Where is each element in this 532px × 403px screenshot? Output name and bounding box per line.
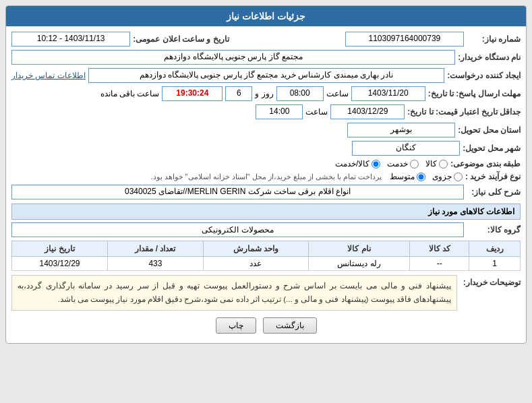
mohlat-rooz: 6 xyxy=(225,86,252,101)
row-tabaqe: طبقه بندی موضوعی: کالا خدمت کالا/خدمت xyxy=(11,159,521,168)
row-ijad: ایجاد کننده درخواست: نادر بهاری میمندی ک… xyxy=(11,68,521,83)
mohlat-date: 1403/11/20 xyxy=(351,86,425,101)
page-title: جزئیات اطلاعات نیاز xyxy=(227,11,305,22)
ettelaat-link[interactable]: اطلاعات تماس خریدار xyxy=(11,71,86,80)
card-header: جزئیات اطلاعات نیاز xyxy=(6,6,526,26)
radio-motevaset-input[interactable] xyxy=(417,173,425,181)
tabaqe-radios: کالا خدمت کالا/خدمت xyxy=(335,159,448,168)
chap-button[interactable]: چاپ xyxy=(216,317,256,334)
mohlat-mande: 19:30:24 xyxy=(162,86,223,101)
table-row: 1--رله دیستانسعدد4331403/12/29 xyxy=(12,257,521,271)
jadval-label: جداقل تاریخ اعتبار قیمت: تا تاریخ: xyxy=(407,107,521,117)
row-touzih: توضیحات خریدار: پیشنهاد فنی و مالی می با… xyxy=(11,275,521,311)
row-shahr: شهر محل تحویل: کنگان xyxy=(11,141,521,156)
col-radif: ردیف xyxy=(469,241,521,257)
cell-tarikh: 1403/12/29 xyxy=(12,257,108,271)
radio-kala-khadamat[interactable]: کالا/خدمت xyxy=(335,159,380,168)
radio-khadamat[interactable]: خدمت xyxy=(387,159,419,168)
khadamat-label: خدمت xyxy=(387,159,408,168)
cell-kod: -- xyxy=(410,257,469,271)
kala-label: کالا xyxy=(425,159,437,168)
ostan-label: استان محل تحویل: xyxy=(458,125,521,135)
table-header: ردیف کد کالا نام کالا واحد شمارش تعداد /… xyxy=(12,241,521,257)
bazgasht-button[interactable]: بازگشت xyxy=(263,317,317,334)
row-noe-farayand: نوع فرآیند خرید : جزوی متوسط پرداخت تمام… xyxy=(11,172,521,181)
radio-kala-khadamat-input[interactable] xyxy=(372,160,380,168)
col-tedad: تعداد / مقدار xyxy=(107,241,203,257)
cell-vahed: عدد xyxy=(203,257,308,271)
jadval-saat: 14:00 xyxy=(256,104,303,119)
col-tarikh: تاریخ نیاز xyxy=(12,241,108,257)
ijad-value: نادر بهاری میمندی کارشناس خرید مجتمع گاز… xyxy=(88,68,445,83)
sharc-label: شرح کلی نیاز: xyxy=(467,187,521,197)
radio-kala[interactable]: کالا xyxy=(425,159,448,168)
mohlat-saat: 08:00 xyxy=(276,86,324,101)
col-vahed: واحد شمارش xyxy=(203,241,308,257)
card-body: شماره نیاز: 1103097164000739 تاریخ و ساع… xyxy=(6,26,526,343)
radio-kala-input[interactable] xyxy=(439,160,448,168)
cell-tedad: 433 xyxy=(107,257,203,271)
jozvi-label: جزوی xyxy=(432,172,452,181)
radio-khadamat-input[interactable] xyxy=(410,160,419,168)
ijad-label: ایجاد کننده درخواست: xyxy=(447,71,521,80)
noe-label: نوع فرآیند خرید : xyxy=(465,172,521,181)
touzih-value: پیشنهاد فنی و مالی می بایست بر اساس شرح … xyxy=(11,275,457,311)
row-shomare: شماره نیاز: 1103097164000739 تاریخ و ساع… xyxy=(11,32,521,46)
cell-nam: رله دیستانس xyxy=(308,257,409,271)
shahr-value: کنگان xyxy=(352,141,460,156)
col-kod: کد کالا xyxy=(410,241,469,257)
radio-motevaset[interactable]: متوسط xyxy=(390,172,425,181)
kala-khadamat-label: کالا/خدمت xyxy=(335,159,370,168)
mohlat-mande-label: ساعت باقی مانده xyxy=(100,89,160,98)
row-grohe: گروه کالا: محصولات الکترونیکی xyxy=(11,222,521,237)
row-sharc-koli: شرح کلی نیاز: انواع اقلام برقی ساخت شرکت… xyxy=(11,185,521,199)
rooz-label: روز و xyxy=(255,89,273,98)
row-namdastgah: نام دستگاه خریدار: مجتمع گاز پارس جنوبی … xyxy=(11,50,521,65)
jadval-saat-label: ساعت xyxy=(305,107,328,117)
radio-jozvi-input[interactable] xyxy=(454,173,463,181)
noe-radios: جزوی متوسط xyxy=(390,172,463,181)
saat-label: ساعت xyxy=(326,89,349,98)
grohe-value: محصولات الکترونیکی xyxy=(11,222,464,237)
radio-jozvi[interactable]: جزوی xyxy=(432,172,463,181)
page-wrapper: جزئیات اطلاعات نیاز شماره نیاز: 11030971… xyxy=(0,0,532,349)
noe-note: پرداخت تمام با بخشی از مبلغ خرید،از محل … xyxy=(150,173,382,181)
row-ostan: استان محل تحویل: بوشهر xyxy=(11,123,521,137)
col-nam: نام کالا xyxy=(308,241,409,257)
footer-buttons: بازگشت چاپ xyxy=(11,317,521,338)
namdastgah-value: مجتمع گاز پارس جنوبی پالایشگاه دوازدهم xyxy=(11,50,455,65)
table-body: 1--رله دیستانسعدد4331403/12/29 xyxy=(12,257,521,271)
mohlat-label: مهلت ارسال پاسخ: تا تاریخ: xyxy=(428,89,521,98)
tarikh-value: 1403/11/13 - 10:12 xyxy=(11,32,130,46)
shomare-niaz-value: 1103097164000739 xyxy=(345,32,464,46)
cell-radif: 1 xyxy=(469,257,521,271)
tabaqe-label: طبقه بندی موضوعی: xyxy=(450,159,521,168)
jadval-date: 1403/12/29 xyxy=(330,104,405,119)
tarikh-label: تاریخ و ساعت اعلان عمومی: xyxy=(133,34,229,44)
motevaset-label: متوسط xyxy=(390,172,415,181)
namdastgah-label: نام دستگاه خریدار: xyxy=(458,53,521,62)
grohe-label: گروه کالا: xyxy=(467,225,521,235)
shomare-niaz-label: شماره نیاز: xyxy=(467,34,521,44)
ostan-value: بوشهر xyxy=(347,123,455,137)
sharc-value: انواع اقلام برقی ساخت شرکت MERLIN GERIN/… xyxy=(11,185,464,199)
touzih-label: توضیحات خریدار: xyxy=(460,275,521,287)
shahr-label: شهر محل تحویل: xyxy=(463,144,521,153)
items-table: ردیف کد کالا نام کالا واحد شمارش تعداد /… xyxy=(11,241,521,271)
row-mohlat: مهلت ارسال پاسخ: تا تاریخ: 1403/11/20 سا… xyxy=(11,86,521,101)
etelaat-kala-title: اطلاعات کالاهای مورد نیاز xyxy=(11,204,521,220)
main-card: جزئیات اطلاعات نیاز شماره نیاز: 11030971… xyxy=(5,5,527,344)
row-jadval: جداقل تاریخ اعتبار قیمت: تا تاریخ: 1403/… xyxy=(11,104,521,119)
